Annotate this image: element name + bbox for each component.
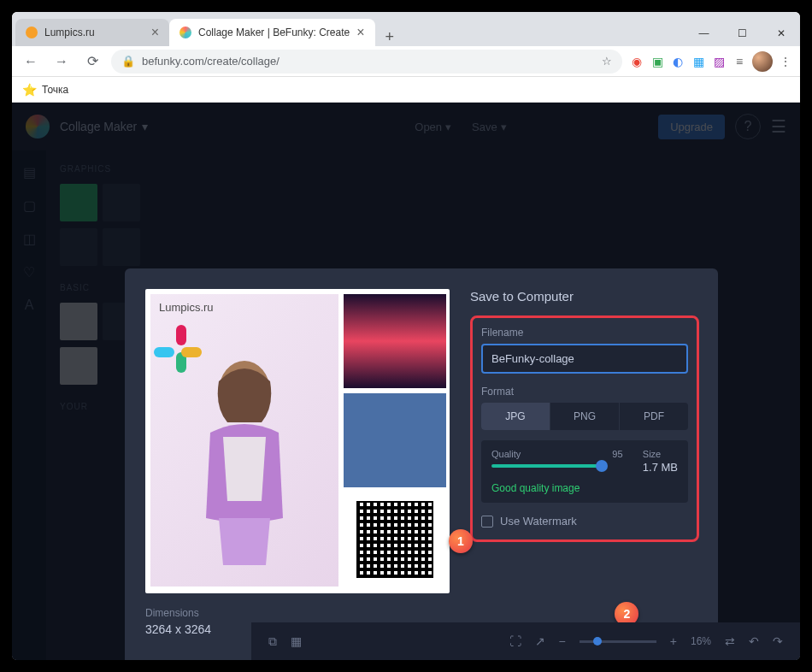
bookmark-item[interactable]: ⭐ Точка — [22, 83, 68, 97]
tab-inactive-title: Lumpics.ru — [44, 27, 95, 38]
illustration-figure — [176, 347, 313, 587]
form-pane: Save to Computer Filename Format JPG PNG… — [470, 268, 718, 660]
layers-icon[interactable]: ⧉ — [268, 634, 277, 649]
zoom-in-icon[interactable]: + — [670, 634, 677, 648]
save-modal: Lumpics.ru — [125, 268, 718, 660]
filename-label: Filename — [481, 327, 688, 339]
expand-icon[interactable]: ↗ — [535, 634, 545, 648]
bookmark-label: Точка — [42, 84, 68, 96]
maximize-button[interactable]: ☐ — [723, 21, 762, 46]
watermark-label: Use Watermark — [500, 515, 577, 528]
extension-icons: ◉ ▣ ◐ ▦ ▨ ≡ ⋮ — [629, 51, 793, 72]
zoom-out-icon[interactable]: − — [559, 634, 566, 648]
preview-tile-city — [344, 294, 446, 388]
lock-icon: 🔒 — [121, 55, 135, 68]
profile-avatar[interactable] — [752, 51, 773, 72]
format-tab-pdf[interactable]: PDF — [620, 403, 688, 430]
tab-close-icon[interactable]: × — [151, 25, 159, 40]
preview-main-tile: Lumpics.ru — [150, 294, 338, 587]
tab-close-icon[interactable]: × — [356, 25, 364, 40]
qr-code-icon — [356, 501, 433, 578]
app-content: Collage Maker ▾ Open ▾ Save ▾ Upgrade ? … — [12, 103, 800, 660]
watermark-checkbox[interactable] — [481, 516, 493, 528]
quality-message: Good quality image — [491, 482, 678, 494]
ext-icon-5[interactable]: ▨ — [711, 54, 727, 69]
new-tab-button[interactable]: + — [375, 28, 405, 46]
redo-icon[interactable]: ↷ — [773, 634, 783, 648]
star-icon[interactable]: ☆ — [602, 55, 612, 68]
shuffle-icon[interactable]: ⇄ — [725, 634, 735, 648]
grid-icon[interactable]: ▦ — [291, 634, 302, 648]
quality-slider[interactable] — [491, 464, 603, 468]
modal-title: Save to Computer — [470, 289, 699, 304]
quality-label: Quality — [491, 449, 603, 459]
browser-titlebar: Lumpics.ru × Collage Maker | BeFunky: Cr… — [12, 12, 800, 46]
close-button[interactable]: ✕ — [762, 21, 800, 46]
favicon-lumpics — [26, 27, 38, 38]
back-button[interactable]: ← — [19, 50, 43, 74]
favicon-befunky — [179, 27, 191, 38]
preview-image: Lumpics.ru — [145, 289, 450, 593]
menu-icon[interactable]: ⋮ — [778, 54, 793, 69]
fit-icon[interactable]: ⛶ — [509, 634, 521, 648]
tab-active[interactable]: Collage Maker | BeFunky: Create × — [169, 19, 375, 46]
callout-region-1: Filename Format JPG PNG PDF Qualit — [470, 315, 699, 542]
quality-value: 95 — [612, 449, 622, 459]
zoom-value: 16% — [691, 635, 711, 647]
browser-window: Lumpics.ru × Collage Maker | BeFunky: Cr… — [12, 12, 800, 660]
window-controls: — ☐ ✕ — [685, 21, 800, 46]
tab-active-title: Collage Maker | BeFunky: Create — [198, 27, 350, 38]
bookmarks-bar: ⭐ Точка — [12, 77, 800, 103]
format-tab-png[interactable]: PNG — [550, 403, 620, 430]
format-tab-jpg[interactable]: JPG — [481, 403, 550, 430]
preview-tile-qr — [344, 492, 446, 587]
watermark-checkbox-row[interactable]: Use Watermark — [481, 515, 688, 528]
url-input[interactable]: 🔒 befunky.com/create/collage/ ☆ — [111, 50, 622, 74]
url-text: befunky.com/create/collage/ — [142, 55, 279, 68]
address-bar: ← → ⟳ 🔒 befunky.com/create/collage/ ☆ ◉ … — [12, 46, 800, 77]
ext-icon-2[interactable]: ▣ — [650, 54, 665, 69]
format-label: Format — [481, 386, 688, 398]
slider-thumb[interactable] — [596, 460, 608, 472]
minimize-button[interactable]: — — [685, 21, 723, 46]
filename-input[interactable] — [481, 344, 688, 374]
ext-icon-3[interactable]: ◐ — [670, 54, 685, 69]
ext-icon-6[interactable]: ≡ — [732, 54, 747, 69]
format-tabs: JPG PNG PDF — [481, 403, 688, 430]
reload-button[interactable]: ⟳ — [80, 50, 104, 74]
ext-icon-4[interactable]: ▦ — [691, 54, 706, 69]
ext-icon-1[interactable]: ◉ — [629, 54, 644, 69]
preview-tile-blueprint — [344, 393, 446, 487]
preview-watermark: Lumpics.ru — [159, 301, 214, 314]
quality-box: Quality 95 Size 1.7 MB — [481, 440, 688, 503]
preview-pane: Lumpics.ru — [125, 268, 470, 660]
size-value: 1.7 MB — [643, 461, 678, 474]
undo-icon[interactable]: ↶ — [749, 634, 759, 648]
folder-icon: ⭐ — [22, 83, 37, 97]
bottom-toolbar: ⧉ ▦ ⛶ ↗ − + 16% ⇄ ↶ ↷ — [251, 622, 800, 660]
tab-inactive[interactable]: Lumpics.ru × — [15, 19, 169, 46]
zoom-slider[interactable] — [580, 640, 656, 643]
dimensions-label: Dimensions — [145, 607, 450, 619]
size-label: Size — [643, 449, 678, 459]
callout-1: 1 — [449, 529, 473, 553]
zoom-thumb[interactable] — [593, 637, 602, 645]
forward-button[interactable]: → — [50, 50, 74, 74]
